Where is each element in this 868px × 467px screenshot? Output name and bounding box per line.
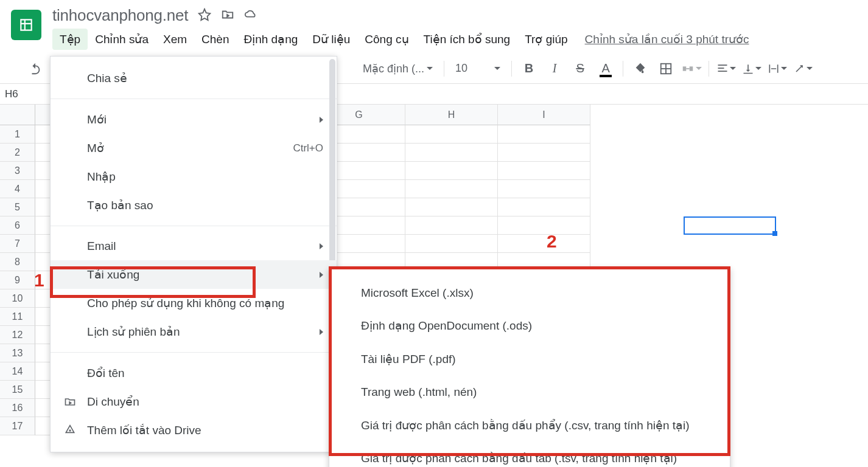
bold-button[interactable]: B xyxy=(518,58,540,80)
download-xlsx[interactable]: Microsoft Excel (.xlsx) xyxy=(329,277,730,310)
document-title[interactable]: tinhocvanphong.net xyxy=(52,6,188,25)
move-folder-icon[interactable] xyxy=(221,8,234,24)
menu-share[interactable]: Chia sẻ xyxy=(51,64,337,92)
title-area: tinhocvanphong.net Tệp Chỉnh sửa Xem Chè… xyxy=(52,6,868,50)
cell[interactable] xyxy=(405,144,498,162)
download-ods[interactable]: Định dạng OpenDocument (.ods) xyxy=(329,310,730,342)
font-select[interactable]: Mặc định (... xyxy=(358,62,438,75)
svg-rect-3 xyxy=(683,66,687,71)
chevron-down-icon xyxy=(755,67,761,70)
menu-import[interactable]: Nhập xyxy=(51,162,337,191)
submenu-arrow-icon xyxy=(320,329,323,335)
row-header[interactable]: 7 xyxy=(0,235,35,253)
fill-color-button[interactable] xyxy=(629,58,651,80)
submenu-arrow-icon xyxy=(320,243,323,249)
last-edit-link[interactable]: Chỉnh sửa lần cuối 3 phút trước xyxy=(585,32,749,46)
header: tinhocvanphong.net Tệp Chỉnh sửa Xem Chè… xyxy=(0,0,868,50)
row-header[interactable]: 10 xyxy=(0,289,35,308)
cell[interactable] xyxy=(498,235,590,253)
column-header[interactable]: I xyxy=(498,105,590,125)
menu-make-copy[interactable]: Tạo bản sao xyxy=(51,191,337,220)
menu-view[interactable]: Xem xyxy=(156,29,194,50)
menu-open[interactable]: MởCtrl+O xyxy=(51,134,337,162)
row-header[interactable]: 2 xyxy=(0,144,35,162)
sheets-logo[interactable] xyxy=(11,10,41,40)
cell[interactable] xyxy=(405,162,498,180)
h-align-button[interactable] xyxy=(715,58,737,80)
menu-format[interactable]: Định dạng xyxy=(236,29,305,50)
menu-data[interactable]: Dữ liệu xyxy=(305,29,357,50)
row-header[interactable]: 8 xyxy=(0,253,35,271)
menu-move[interactable]: Di chuyển xyxy=(51,387,337,416)
star-icon[interactable] xyxy=(198,8,211,24)
cell[interactable] xyxy=(498,198,590,216)
borders-button[interactable] xyxy=(655,58,677,80)
column-header[interactable]: H xyxy=(405,105,498,125)
folder-move-icon xyxy=(63,395,77,409)
download-html[interactable]: Trang web (.html, nén) xyxy=(329,376,730,409)
italic-button[interactable]: I xyxy=(544,58,565,80)
rotate-button[interactable] xyxy=(792,58,814,80)
font-size-select[interactable]: 10 xyxy=(450,62,505,75)
row-header[interactable]: 3 xyxy=(0,162,35,180)
download-pdf[interactable]: Tài liệu PDF (.pdf) xyxy=(329,343,730,376)
annotation-1: 1 xyxy=(34,270,44,291)
chevron-down-icon xyxy=(730,67,736,70)
file-menu-dropdown: Chia sẻ Mới MởCtrl+O Nhập Tạo bản sao Em… xyxy=(50,56,337,452)
text-color-button[interactable]: A xyxy=(595,58,617,80)
cell[interactable] xyxy=(498,144,590,162)
menu-version-history[interactable]: Lịch sử phiên bản xyxy=(51,317,337,346)
menu-add-shortcut[interactable]: Thêm lối tắt vào Drive xyxy=(51,416,337,445)
merge-button[interactable] xyxy=(681,58,702,80)
chevron-down-icon xyxy=(494,67,500,70)
menu-offline[interactable]: Cho phép sử dụng khi không có mạng xyxy=(51,289,337,317)
wrap-button[interactable] xyxy=(766,58,788,80)
menu-help[interactable]: Trợ giúp xyxy=(517,29,575,50)
download-tsv[interactable]: Giá trị được phân cách bằng dấu tab (.ts… xyxy=(329,442,730,467)
row-header[interactable]: 6 xyxy=(0,216,35,235)
menu-edit[interactable]: Chỉnh sửa xyxy=(88,29,156,50)
menubar: Tệp Chỉnh sửa Xem Chèn Định dạng Dữ liệu… xyxy=(52,29,868,50)
chevron-down-icon xyxy=(781,67,787,70)
row-header[interactable]: 16 xyxy=(0,399,35,417)
row-header[interactable]: 12 xyxy=(0,326,35,344)
select-all-corner[interactable] xyxy=(0,105,35,125)
cloud-status-icon[interactable] xyxy=(244,8,257,24)
annotation-2: 2 xyxy=(547,231,557,252)
menu-new[interactable]: Mới xyxy=(51,105,337,134)
row-header[interactable]: 14 xyxy=(0,362,35,381)
download-csv[interactable]: Giá trị được phân cách bằng dấu phẩy (.c… xyxy=(329,409,730,442)
submenu-arrow-icon xyxy=(320,117,323,123)
svg-rect-4 xyxy=(690,66,693,71)
drive-shortcut-icon xyxy=(63,423,77,438)
cell[interactable] xyxy=(405,125,498,144)
menu-addons[interactable]: Tiện ích bổ sung xyxy=(416,29,518,50)
download-submenu: Microsoft Excel (.xlsx) Định dạng OpenDo… xyxy=(329,268,730,467)
row-header[interactable]: 17 xyxy=(0,417,35,435)
cell[interactable] xyxy=(498,216,590,235)
cell[interactable] xyxy=(405,235,498,253)
menu-tools[interactable]: Công cụ xyxy=(357,29,416,50)
v-align-button[interactable] xyxy=(741,58,763,80)
row-header[interactable]: 11 xyxy=(0,308,35,326)
menu-rename[interactable]: Đổi tên xyxy=(51,359,337,387)
row-header[interactable]: 13 xyxy=(0,344,35,362)
row-header[interactable]: 9 xyxy=(0,271,35,289)
menu-email[interactable]: Email xyxy=(51,232,337,260)
strikethrough-button[interactable]: S xyxy=(569,58,591,80)
cell[interactable] xyxy=(498,180,590,198)
cell[interactable] xyxy=(498,125,590,144)
submenu-arrow-icon xyxy=(320,272,323,278)
row-header[interactable]: 4 xyxy=(0,180,35,198)
menu-insert[interactable]: Chèn xyxy=(194,29,236,50)
cell[interactable] xyxy=(405,216,498,235)
cell[interactable] xyxy=(405,180,498,198)
menu-file[interactable]: Tệp xyxy=(52,29,88,50)
cell[interactable] xyxy=(405,198,498,216)
menu-download[interactable]: Tải xuống xyxy=(51,260,337,289)
row-header[interactable]: 5 xyxy=(0,198,35,216)
undo-button[interactable] xyxy=(24,58,46,80)
row-header[interactable]: 1 xyxy=(0,125,35,144)
row-header[interactable]: 15 xyxy=(0,381,35,399)
cell[interactable] xyxy=(498,162,590,180)
